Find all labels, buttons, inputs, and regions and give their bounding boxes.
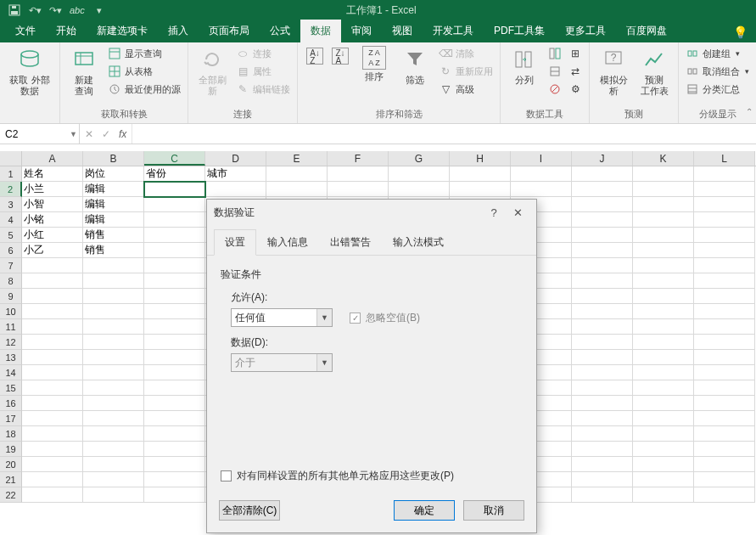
cell[interactable] xyxy=(22,380,83,396)
cell[interactable] xyxy=(572,212,633,228)
dialog-tab-error[interactable]: 出错警告 xyxy=(319,229,382,256)
cell[interactable] xyxy=(144,442,205,457)
column-header[interactable]: L xyxy=(694,151,755,166)
sort-asc-button[interactable]: A↓Z xyxy=(303,46,327,66)
tab-developer[interactable]: 开发工具 xyxy=(423,20,484,42)
dialog-titlebar[interactable]: 数据验证 ? ✕ xyxy=(207,200,536,225)
name-box[interactable]: C2▼ xyxy=(0,124,80,144)
fx-icon[interactable]: fx xyxy=(119,128,126,140)
column-header[interactable]: H xyxy=(450,151,511,166)
cell[interactable] xyxy=(572,380,633,396)
row-header[interactable]: 4 xyxy=(0,212,22,228)
cell[interactable] xyxy=(83,396,144,411)
row-header[interactable]: 19 xyxy=(0,442,22,457)
cell[interactable]: 城市 xyxy=(205,166,266,182)
cell[interactable] xyxy=(694,350,755,365)
cell[interactable] xyxy=(22,426,83,442)
cell[interactable] xyxy=(633,182,694,197)
column-header[interactable]: F xyxy=(328,151,389,166)
cell[interactable] xyxy=(633,380,694,396)
cell[interactable] xyxy=(572,335,633,350)
data-validation-button[interactable] xyxy=(546,82,563,97)
cell[interactable] xyxy=(22,472,83,487)
cell[interactable] xyxy=(144,396,205,411)
row-header[interactable]: 8 xyxy=(0,273,22,289)
collapse-ribbon-icon[interactable]: ⌃ xyxy=(746,107,753,116)
dialog-tab-settings[interactable]: 设置 xyxy=(214,229,256,256)
row-header[interactable]: 22 xyxy=(0,487,22,503)
cell[interactable] xyxy=(572,166,633,182)
cell[interactable] xyxy=(83,457,144,472)
cell[interactable] xyxy=(572,289,633,304)
cell[interactable] xyxy=(144,335,205,350)
cell[interactable] xyxy=(144,350,205,365)
cell[interactable] xyxy=(694,472,755,487)
cell[interactable] xyxy=(694,304,755,319)
cell[interactable] xyxy=(633,442,694,457)
tab-insert[interactable]: 插入 xyxy=(158,20,199,42)
cell[interactable] xyxy=(572,350,633,365)
cell[interactable] xyxy=(572,396,633,411)
column-header[interactable]: G xyxy=(389,151,450,166)
column-header[interactable]: C xyxy=(144,151,205,166)
cell[interactable] xyxy=(572,243,633,258)
cell[interactable] xyxy=(572,411,633,426)
apply-all-checkbox[interactable]: 对有同样设置的所有其他单元格应用这些更改(P) xyxy=(221,469,523,483)
undo-button[interactable]: ↶▾ xyxy=(25,2,44,19)
cell[interactable] xyxy=(450,166,511,182)
cell[interactable] xyxy=(633,289,694,304)
tab-pagelayout[interactable]: 页面布局 xyxy=(199,20,260,42)
cell[interactable] xyxy=(266,182,328,197)
from-table-button[interactable]: 从表格 xyxy=(106,64,182,79)
cell[interactable] xyxy=(328,182,389,197)
cell[interactable] xyxy=(633,243,694,258)
cell[interactable] xyxy=(633,212,694,228)
ungroup-button[interactable]: 取消组合▾ xyxy=(684,64,751,79)
cell[interactable] xyxy=(633,228,694,243)
row-header[interactable]: 21 xyxy=(0,472,22,487)
cell[interactable] xyxy=(633,472,694,487)
cell[interactable] xyxy=(694,396,755,411)
cell[interactable]: 小智 xyxy=(22,197,83,212)
column-header[interactable]: D xyxy=(205,151,266,166)
chevron-down-icon[interactable]: ▼ xyxy=(316,309,332,326)
row-header[interactable]: 7 xyxy=(0,258,22,273)
cell[interactable] xyxy=(633,350,694,365)
cell[interactable] xyxy=(144,182,205,197)
cell[interactable] xyxy=(144,273,205,289)
cell[interactable] xyxy=(389,182,450,197)
tab-file[interactable]: 文件 xyxy=(5,20,46,42)
relationships-button[interactable]: ⇄ xyxy=(567,64,584,79)
cell[interactable] xyxy=(144,319,205,335)
clear-filter-button[interactable]: ⌫清除 xyxy=(437,46,495,61)
cell[interactable] xyxy=(511,182,572,197)
manage-model-button[interactable]: ⚙ xyxy=(567,82,584,97)
redo-button[interactable]: ↷▾ xyxy=(46,2,64,19)
cell[interactable] xyxy=(83,442,144,457)
column-header[interactable]: K xyxy=(633,151,694,166)
column-header[interactable]: I xyxy=(511,151,572,166)
cell[interactable] xyxy=(83,335,144,350)
cell[interactable] xyxy=(572,304,633,319)
whatif-button[interactable]: ? 模拟分析 xyxy=(595,44,632,99)
help-button[interactable]: ? xyxy=(482,206,506,219)
row-header[interactable]: 10 xyxy=(0,304,22,319)
chevron-down-icon[interactable]: ▼ xyxy=(70,130,77,138)
cell[interactable] xyxy=(144,212,205,228)
cell[interactable] xyxy=(144,304,205,319)
cell[interactable] xyxy=(22,304,83,319)
cell[interactable] xyxy=(572,365,633,380)
cell[interactable] xyxy=(694,487,755,503)
cell[interactable] xyxy=(450,182,511,197)
cell[interactable] xyxy=(83,289,144,304)
cell[interactable] xyxy=(511,166,572,182)
cell[interactable] xyxy=(694,273,755,289)
cell[interactable] xyxy=(694,380,755,396)
cell[interactable] xyxy=(694,182,755,197)
row-header[interactable]: 16 xyxy=(0,396,22,411)
tab-data[interactable]: 数据 xyxy=(300,20,341,42)
dialog-tab-ime[interactable]: 输入法模式 xyxy=(382,229,455,256)
tab-review[interactable]: 审阅 xyxy=(341,20,382,42)
cell[interactable] xyxy=(572,228,633,243)
cell[interactable] xyxy=(22,258,83,273)
